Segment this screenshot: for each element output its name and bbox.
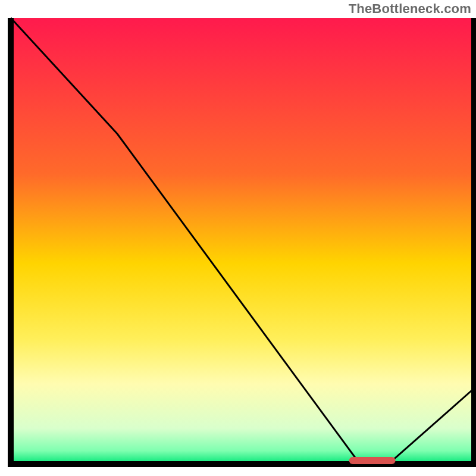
plot-background [11,18,474,464]
optimal-range-marker [349,457,396,464]
chart-container: TheBottleneck.com [0,0,476,476]
bottleneck-chart [0,0,476,476]
